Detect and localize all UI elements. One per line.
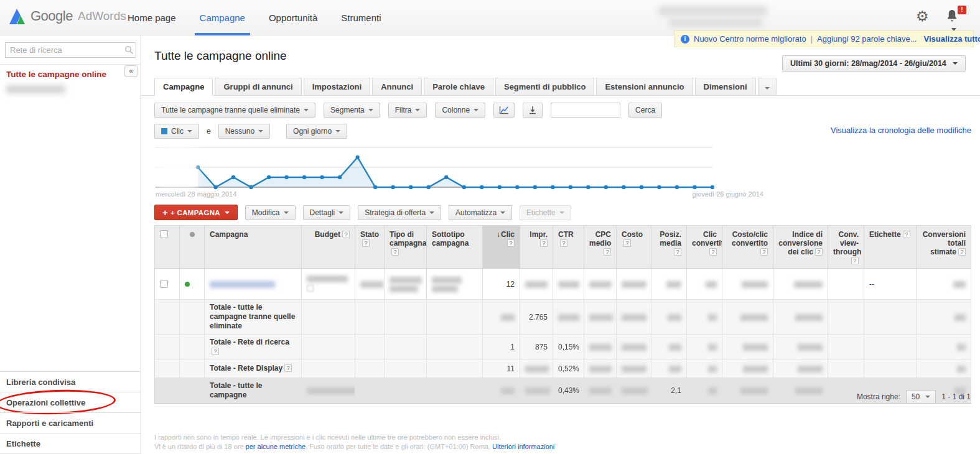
help-icon[interactable]: ? — [212, 348, 219, 355]
data-point[interactable] — [391, 185, 394, 189]
action-dropdown-automatizza[interactable]: Automatizza — [449, 205, 512, 220]
tab-annunci[interactable]: Annunci — [372, 78, 422, 96]
column-header-posiz-media[interactable]: Posiz. media? — [651, 226, 687, 269]
data-point[interactable] — [284, 175, 288, 179]
help-icon[interactable]: ? — [674, 248, 681, 256]
tab-gruppi-di-annunci[interactable]: Gruppi di annunci — [215, 78, 301, 96]
sidebar-all-campaigns-link[interactable]: Tutte le campagne online — [6, 70, 106, 79]
tab-dimensioni[interactable]: Dimensioni — [695, 78, 756, 96]
row-select-cell[interactable] — [155, 269, 180, 300]
help-icon[interactable]: ? — [507, 239, 515, 247]
action-dropdown-dettagli[interactable]: Dettagli — [303, 205, 351, 220]
column-header-stato[interactable]: Stato? — [355, 226, 385, 269]
column-header-costo[interactable]: Costo? — [617, 226, 651, 269]
redacted-campaign-link[interactable] — [210, 281, 275, 288]
help-icon[interactable]: ? — [362, 239, 370, 247]
help-icon[interactable]: ? — [903, 231, 910, 238]
help-icon[interactable]: ? — [540, 239, 548, 247]
secondary-metric-dropdown[interactable]: Nessuno — [218, 124, 270, 139]
help-icon[interactable]: ? — [391, 248, 399, 256]
help-icon[interactable]: ? — [604, 248, 611, 256]
metrics-delay-link[interactable]: per alcune metriche — [246, 443, 306, 450]
help-icon[interactable]: ? — [815, 248, 823, 256]
row-checkbox[interactable] — [160, 280, 168, 288]
sidebar-item-etichette[interactable]: Etichette — [0, 433, 141, 453]
tab-campagne[interactable]: Campagne — [154, 78, 213, 96]
column-header-impr[interactable]: Impr.? — [520, 226, 553, 269]
data-point[interactable] — [569, 185, 572, 189]
action-dropdown-strategia-di-offerta[interactable]: Strategia di offerta — [358, 205, 441, 220]
column-header-conversioni-totali-stimate[interactable]: Conversioni totali stimate? — [917, 226, 971, 269]
date-range-button[interactable]: Ultimi 30 giorni: 28/mag/2014 - 26/giu/2… — [782, 55, 966, 72]
data-point[interactable] — [551, 185, 554, 189]
help-icon[interactable]: ? — [851, 257, 859, 264]
download-button[interactable] — [523, 103, 543, 118]
data-point[interactable] — [515, 185, 519, 189]
column-header-costo-clic-convertito[interactable]: Costo/clic convertito? — [722, 226, 773, 269]
tab-more-dropdown[interactable] — [758, 78, 777, 96]
rows-per-page-select[interactable]: 50 — [906, 390, 936, 404]
data-point[interactable] — [302, 175, 306, 179]
data-point[interactable] — [693, 185, 696, 189]
data-point[interactable] — [462, 185, 466, 189]
tab-parole-chiave[interactable]: Parole chiave — [424, 78, 493, 96]
notification-see-all-link[interactable]: Visualizza tutto — [923, 34, 980, 44]
search-submit-button[interactable]: Cerca — [628, 103, 662, 118]
data-point[interactable] — [711, 185, 714, 189]
column-header-indice-di-conversione-dei-clic[interactable]: Indice di conversione dei clic? — [773, 226, 828, 269]
notification-link-keywords[interactable]: Aggiungi 92 parole chiave... — [817, 34, 917, 44]
column-header-tipo-di-campagna[interactable]: Tipo di campagna? — [385, 226, 427, 269]
data-point[interactable] — [640, 185, 643, 189]
column-header-campagna[interactable]: Campagna — [205, 226, 302, 269]
notification-link-policy[interactable]: Nuovo Centro norme migliorato — [694, 34, 806, 44]
column-header-ctr[interactable]: CTR? — [553, 226, 584, 269]
data-point[interactable] — [604, 185, 608, 189]
action-dropdown-modifica[interactable]: Modifica — [245, 205, 296, 220]
toolbar-dropdown-colonne[interactable]: Colonne — [435, 103, 485, 118]
data-point[interactable] — [249, 185, 253, 189]
primary-metric-dropdown[interactable]: Clic — [154, 124, 199, 139]
data-point[interactable] — [675, 185, 679, 189]
column-header-etichette[interactable]: Etichette? — [864, 226, 917, 269]
column-header-budget[interactable]: Budget? — [302, 226, 355, 269]
help-icon[interactable]: ? — [760, 248, 768, 256]
toolbar-dropdown-tutte-le-campagne-tranne-quelle-eliminate[interactable]: Tutte le campagne tranne quelle eliminat… — [154, 103, 315, 118]
nav-strumenti[interactable]: Strumenti — [341, 0, 381, 35]
data-point[interactable] — [427, 185, 431, 189]
tab-segmenti-di-pubblico[interactable]: Segmenti di pubblico — [495, 78, 594, 96]
toolbar-dropdown-segmenta[interactable]: Segmenta — [324, 103, 380, 118]
toolbar-dropdown-filtra[interactable]: Filtra — [388, 103, 427, 118]
data-point[interactable] — [622, 185, 625, 189]
edit-icon[interactable] — [307, 285, 314, 292]
nav-campagne[interactable]: Campagne — [200, 0, 245, 35]
help-icon[interactable]: ? — [623, 239, 631, 247]
column-header-conv-view-through[interactable]: Conv. view-through? — [828, 226, 864, 269]
tab-estensioni-annuncio[interactable]: Estensioni annuncio — [596, 78, 693, 96]
data-point[interactable] — [338, 175, 342, 179]
data-point[interactable] — [373, 185, 377, 189]
nav-home-page[interactable]: Home page — [128, 0, 176, 35]
change-history-link[interactable]: Visualizza la cronologia delle modifiche — [831, 126, 971, 135]
data-point[interactable] — [498, 185, 502, 189]
help-icon[interactable]: ? — [958, 248, 966, 256]
data-point[interactable] — [480, 185, 483, 189]
new-campaign-button[interactable]: + + CAMPAGNA — [154, 205, 238, 220]
tab-impostazioni[interactable]: Impostazioni — [304, 78, 370, 96]
notifications-bell-button[interactable]: ! — [945, 8, 962, 27]
data-point[interactable] — [355, 155, 359, 159]
sidebar-item-libreria-condivisa[interactable]: Libreria condivisa — [0, 371, 141, 392]
row-label-cell[interactable] — [205, 269, 302, 300]
chart-toggle-button[interactable] — [493, 103, 515, 118]
data-point[interactable] — [533, 185, 537, 189]
sidebar-item-operazioni-collettive[interactable]: Operazioni collettive — [0, 392, 141, 412]
column-header-sottotipo-campagna[interactable]: Sottotipo campagna — [427, 226, 483, 269]
table-search-input[interactable] — [551, 103, 620, 118]
data-point[interactable] — [586, 185, 590, 189]
nav-opportunit[interactable]: Opportunità — [269, 0, 317, 35]
sidebar-search-input[interactable] — [5, 42, 136, 58]
data-point[interactable] — [213, 185, 217, 189]
select-all-checkbox[interactable] — [160, 230, 168, 238]
more-info-link[interactable]: Ulteriori informazioni — [492, 443, 554, 450]
data-point[interactable] — [320, 175, 324, 179]
data-point[interactable] — [267, 175, 271, 179]
